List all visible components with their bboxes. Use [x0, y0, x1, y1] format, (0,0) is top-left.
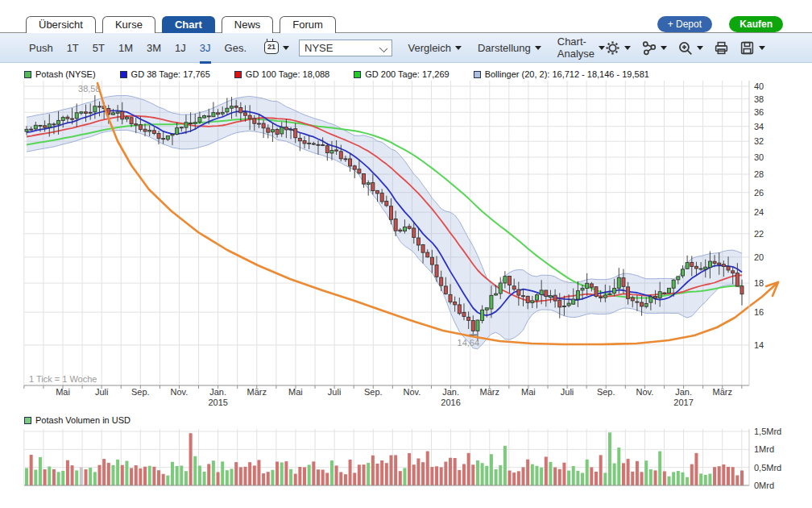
volume-legend-label: Potash Volumen in USD: [35, 415, 130, 425]
svg-text:24: 24: [754, 207, 764, 217]
svg-text:2016: 2016: [441, 398, 460, 407]
svg-text:32: 32: [754, 136, 764, 146]
tab-chart[interactable]: Chart: [162, 16, 215, 33]
svg-text:28: 28: [754, 169, 764, 179]
svg-text:Sep.: Sep.: [131, 387, 150, 397]
svg-text:Juli: Juli: [328, 387, 342, 397]
tab-kurse[interactable]: Kurse: [102, 16, 155, 33]
svg-text:36: 36: [754, 107, 764, 117]
svg-text:14,64: 14,64: [458, 338, 480, 348]
svg-text:Juli: Juli: [95, 387, 109, 397]
svg-text:Nov.: Nov.: [636, 387, 653, 397]
svg-text:Sep.: Sep.: [597, 387, 615, 397]
svg-text:Jan.: Jan.: [675, 387, 692, 397]
svg-text:0,5Mrd: 0,5Mrd: [754, 463, 781, 473]
svg-text:Mai: Mai: [288, 387, 303, 397]
svg-text:16: 16: [754, 307, 764, 317]
volume-legend: Potash Volumen in USD: [24, 415, 130, 425]
svg-text:Nov.: Nov.: [404, 387, 421, 397]
svg-text:30: 30: [754, 152, 764, 162]
svg-text:2017: 2017: [673, 398, 693, 407]
svg-text:38: 38: [754, 94, 764, 104]
svg-text:20: 20: [754, 252, 764, 262]
svg-text:Jan.: Jan.: [209, 387, 226, 397]
tabbar: ÜbersichtKurseChartNewsForum: [26, 16, 336, 33]
svg-text:1 Tick = 1 Woche: 1 Tick = 1 Woche: [29, 374, 97, 384]
svg-text:1,5Mrd: 1,5Mrd: [754, 427, 781, 436]
svg-text:Mai: Mai: [56, 387, 70, 397]
svg-text:Jan.: Jan.: [442, 387, 459, 397]
svg-text:März: März: [480, 387, 499, 397]
tab-news[interactable]: News: [222, 16, 274, 33]
svg-text:Nov.: Nov.: [171, 387, 188, 397]
svg-text:22: 22: [754, 229, 764, 239]
svg-text:Mai: Mai: [521, 387, 536, 397]
svg-text:März: März: [712, 387, 731, 397]
svg-text:14: 14: [754, 340, 764, 350]
svg-text:0Mrd: 0Mrd: [754, 481, 774, 490]
tab-bersicht[interactable]: Übersicht: [26, 16, 96, 33]
chart-canvas[interactable]: 38,5814,6440383634323028262422201816141,…: [0, 0, 812, 508]
volume-legend-swatch: [24, 417, 31, 424]
svg-text:18: 18: [754, 278, 764, 288]
svg-text:40: 40: [754, 81, 764, 91]
chart-page: ÜbersichtKurseChartNewsForum + Depot Kau…: [0, 0, 812, 508]
svg-text:Sep.: Sep.: [364, 387, 383, 397]
svg-text:1Mrd: 1Mrd: [754, 444, 774, 454]
svg-text:März: März: [247, 387, 267, 397]
svg-text:26: 26: [754, 188, 764, 198]
svg-text:2015: 2015: [208, 398, 227, 407]
svg-text:Juli: Juli: [561, 387, 574, 397]
svg-text:34: 34: [754, 122, 764, 131]
tab-forum[interactable]: Forum: [280, 16, 336, 33]
